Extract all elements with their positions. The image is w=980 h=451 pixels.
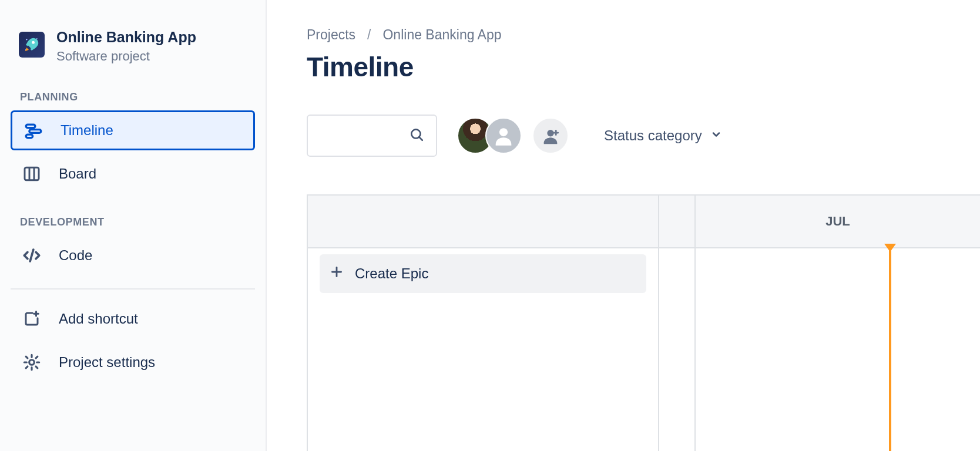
sidebar-item-timeline[interactable]: Timeline — [11, 110, 255, 150]
timeline-epic-column-body: Create Epic — [308, 248, 658, 451]
section-label-development: DEVELOPMENT — [11, 210, 255, 232]
timeline-calendar-column[interactable]: JUL — [696, 196, 980, 451]
svg-rect-7 — [25, 168, 39, 180]
svg-point-16 — [499, 128, 508, 136]
sidebar-item-label: Project settings — [59, 354, 155, 371]
sidebar-item-board[interactable]: Board — [11, 154, 255, 194]
section-label-planning: PLANNING — [11, 85, 255, 107]
timeline-grid: Create Epic JUL — [307, 194, 980, 451]
create-epic-label: Create Epic — [355, 265, 428, 282]
sidebar-item-label: Code — [59, 247, 92, 264]
filter-label: Status category — [604, 127, 702, 144]
plus-icon — [329, 264, 344, 283]
sidebar-item-add-shortcut[interactable]: Add shortcut — [11, 299, 255, 339]
add-people-button[interactable] — [532, 117, 569, 154]
timeline-calendar-header: JUL — [696, 196, 980, 248]
create-epic-button[interactable]: Create Epic — [320, 254, 646, 293]
timeline-month-label: JUL — [825, 214, 850, 229]
sidebar-divider — [11, 288, 255, 290]
main-content: Projects / Online Banking App Timeline — [267, 0, 980, 451]
toolbar: Status category — [307, 115, 980, 157]
breadcrumb-separator: / — [367, 27, 371, 43]
svg-rect-5 — [29, 130, 41, 133]
svg-rect-4 — [26, 124, 35, 128]
project-header[interactable]: Online Banking App Software project — [11, 28, 255, 85]
svg-point-13 — [29, 360, 35, 365]
search-input[interactable] — [320, 129, 409, 143]
board-icon — [21, 164, 42, 183]
svg-line-10 — [30, 250, 33, 261]
svg-rect-6 — [26, 134, 32, 138]
timeline-icon — [23, 120, 44, 140]
add-shortcut-icon — [21, 310, 42, 328]
sidebar-item-label: Timeline — [61, 122, 113, 139]
svg-line-15 — [419, 137, 422, 140]
search-icon — [409, 127, 424, 144]
breadcrumb-root[interactable]: Projects — [307, 27, 355, 43]
page-title: Timeline — [307, 51, 980, 83]
breadcrumb: Projects / Online Banking App — [307, 27, 980, 43]
svg-point-0 — [26, 39, 28, 41]
project-title: Online Banking App — [56, 28, 196, 46]
project-subtitle: Software project — [56, 49, 196, 64]
project-rocket-icon — [19, 32, 45, 58]
sidebar-item-label: Board — [59, 166, 96, 182]
sidebar-item-code[interactable]: Code — [11, 235, 255, 275]
timeline-calendar-body[interactable] — [696, 248, 980, 451]
sidebar-item-project-settings[interactable]: Project settings — [11, 342, 255, 382]
svg-point-17 — [547, 130, 553, 136]
breadcrumb-current[interactable]: Online Banking App — [382, 27, 501, 43]
gear-icon — [21, 353, 42, 372]
today-marker — [889, 245, 891, 451]
search-box[interactable] — [307, 115, 437, 157]
timeline-spacer-column — [659, 196, 696, 451]
chevron-down-icon — [710, 127, 722, 144]
code-icon — [21, 245, 42, 265]
timeline-epic-column-header — [308, 196, 658, 248]
status-category-filter[interactable]: Status category — [598, 123, 728, 149]
avatar-user-2[interactable] — [485, 117, 522, 154]
sidebar-item-label: Add shortcut — [59, 311, 138, 327]
sidebar: Online Banking App Software project PLAN… — [0, 0, 267, 451]
svg-point-3 — [32, 41, 35, 44]
avatar-stack — [457, 117, 569, 154]
timeline-epic-column: Create Epic — [308, 196, 659, 451]
